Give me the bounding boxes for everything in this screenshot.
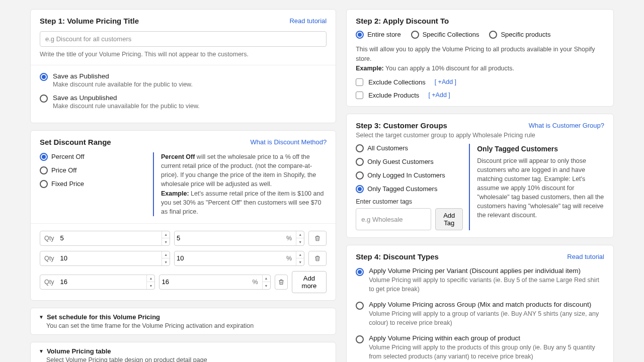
delete-tier-button[interactable] — [308, 231, 327, 246]
step1-card: Step 1: Volume Pricing Title Read tutori… — [30, 9, 336, 123]
tier-qty-input[interactable] — [58, 254, 162, 262]
customer-group-explanation: Only Tagged Customers Discount price wil… — [469, 144, 604, 230]
qty-prefix: Qty — [40, 235, 58, 242]
all-customers-label: All Customers — [367, 144, 408, 152]
qty-stepper[interactable]: ▲▼ — [162, 251, 170, 265]
all-customers-radio[interactable] — [356, 144, 364, 152]
tier-qty-input[interactable] — [58, 234, 162, 242]
discount-range-card: Set Discount Range What is Discount Meth… — [30, 130, 336, 301]
percent-off-radio[interactable] — [40, 153, 48, 161]
chevron-up-icon[interactable]: ▲ — [162, 251, 170, 259]
step3-card: Step 3: Customer Groups What is Customer… — [346, 114, 614, 238]
tier-qty-input[interactable] — [58, 278, 146, 286]
pricing-table-desc: Select Volume Pricing table design on pr… — [46, 356, 328, 362]
save-published-radio[interactable] — [40, 73, 48, 81]
add-exclude-products-link[interactable]: [ +Add ] — [428, 92, 450, 99]
trash-icon — [314, 235, 321, 242]
specific-products-label: Specific products — [501, 31, 550, 38]
step2-desc: This will allow you to apply the Volume … — [356, 45, 604, 73]
tier-pct-input[interactable] — [175, 234, 282, 242]
entire-store-radio[interactable] — [356, 31, 364, 39]
tier-row: Qty ▲▼ % ▲▼ Add more — [40, 271, 327, 293]
guest-customers-label: Only Guest Customers — [367, 158, 434, 165]
pct-suffix: % — [282, 255, 296, 262]
pricing-tiers: Qty ▲▼ % ▲▼ Qty — [40, 231, 327, 293]
chevron-down-icon[interactable]: ▼ — [263, 282, 270, 289]
logged-in-customers-radio[interactable] — [356, 171, 364, 179]
delete-tier-button[interactable] — [308, 251, 327, 266]
fixed-price-label: Fixed Price — [51, 180, 84, 188]
step1-help-text: Write the title of your Volume Pricing. … — [40, 51, 327, 58]
chevron-up-icon[interactable]: ▲ — [263, 275, 270, 283]
what-is-customer-group-link[interactable]: What is Customer Group? — [529, 122, 604, 129]
specific-products-radio[interactable] — [489, 31, 497, 39]
add-exclude-collections-link[interactable]: [ +Add ] — [435, 78, 456, 85]
guest-customers-radio[interactable] — [356, 158, 364, 166]
pricing-table-accordion[interactable]: ▼Volume Pricing table Select Volume Pric… — [30, 342, 336, 362]
chevron-down-icon[interactable]: ▼ — [162, 258, 170, 265]
schedule-accordion[interactable]: ▼Set schedule for this Volume Pricing Yo… — [30, 308, 336, 335]
chevron-down-icon[interactable]: ▼ — [296, 238, 304, 245]
chevron-down-icon[interactable]: ▼ — [162, 238, 170, 245]
save-published-desc: Make discount rule available for the pub… — [53, 81, 193, 88]
tier-pct-input[interactable] — [175, 254, 282, 262]
specific-collections-radio[interactable] — [411, 31, 419, 39]
pct-suffix: % — [282, 235, 296, 242]
save-unpublished-radio[interactable] — [40, 95, 48, 103]
qty-prefix: Qty — [40, 255, 58, 262]
chevron-down-icon[interactable]: ▼ — [147, 282, 154, 289]
step4-read-tutorial-link[interactable]: Read tutorial — [567, 253, 604, 260]
add-more-button[interactable]: Add more — [292, 271, 327, 293]
logged-in-customers-label: Only Logged In Customers — [367, 171, 445, 179]
tagged-customers-label: Only Tagged Customers — [367, 185, 437, 193]
exclude-products-checkbox[interactable] — [356, 92, 363, 99]
within-each-group-desc: Volume Pricing will apply to the product… — [369, 343, 604, 361]
per-variant-radio[interactable] — [356, 268, 364, 276]
pct-stepper[interactable]: ▲▼ — [262, 275, 270, 289]
exclude-products-label: Exclude Products — [368, 92, 419, 99]
what-is-discount-method-link[interactable]: What is Discount Method? — [250, 138, 327, 146]
chevron-up-icon[interactable]: ▲ — [147, 275, 154, 283]
across-group-label: Apply Volume Pricing across Group (Mix a… — [369, 301, 604, 308]
exclude-collections-checkbox[interactable] — [356, 78, 363, 86]
qty-stepper[interactable]: ▲▼ — [162, 231, 170, 245]
schedule-desc: You can set the time frame for the Volum… — [46, 322, 328, 329]
discount-range-title: Set Discount Range — [40, 138, 111, 146]
chevron-down-icon[interactable]: ▼ — [296, 258, 304, 265]
step4-title: Step 4: Discount Types — [356, 252, 439, 261]
tagged-customers-radio[interactable] — [356, 185, 364, 193]
customer-tag-input[interactable] — [356, 208, 431, 230]
delete-tier-button[interactable] — [275, 275, 288, 290]
tier-row: Qty ▲▼ % ▲▼ — [40, 231, 327, 246]
discount-method-explanation: Percent Off will set the wholesale price… — [153, 152, 327, 216]
within-each-group-label: Apply Volume Pricing within each group o… — [369, 334, 604, 342]
price-off-radio[interactable] — [40, 166, 48, 174]
per-variant-desc: Volume Pricing will apply to specific va… — [369, 276, 604, 294]
save-unpublished-desc: Make discount rule unavailable for the p… — [53, 103, 200, 110]
across-group-radio[interactable] — [356, 302, 364, 310]
price-off-label: Price Off — [51, 166, 76, 174]
percent-off-label: Percent Off — [51, 153, 85, 160]
chevron-up-icon[interactable]: ▲ — [296, 251, 304, 259]
pct-stepper[interactable]: ▲▼ — [296, 251, 304, 265]
within-each-group-radio[interactable] — [356, 335, 364, 343]
step3-subtitle: Select the target customer group to appl… — [356, 132, 604, 139]
volume-pricing-title-input[interactable] — [40, 31, 327, 47]
enter-tags-label: Enter customer tags — [356, 198, 463, 205]
per-variant-label: Apply Volume Pricing per Variant (Discou… — [369, 267, 604, 275]
pct-stepper[interactable]: ▲▼ — [296, 231, 304, 245]
step1-read-tutorial-link[interactable]: Read tutorial — [289, 17, 327, 25]
chevron-up-icon[interactable]: ▲ — [162, 231, 170, 239]
pct-suffix: % — [248, 279, 262, 286]
caret-down-icon: ▼ — [39, 348, 44, 354]
exclude-collections-label: Exclude Collections — [368, 78, 425, 86]
tier-row: Qty ▲▼ % ▲▼ — [40, 251, 327, 266]
step2-title: Step 2: Apply Discount To — [356, 17, 604, 25]
tier-pct-input[interactable] — [159, 278, 248, 286]
fixed-price-radio[interactable] — [40, 180, 48, 188]
trash-icon — [314, 255, 321, 262]
chevron-up-icon[interactable]: ▲ — [296, 231, 304, 239]
save-published-label: Save as Published — [53, 72, 193, 80]
add-tag-button[interactable]: Add Tag — [435, 208, 463, 230]
qty-stepper[interactable]: ▲▼ — [146, 275, 154, 289]
